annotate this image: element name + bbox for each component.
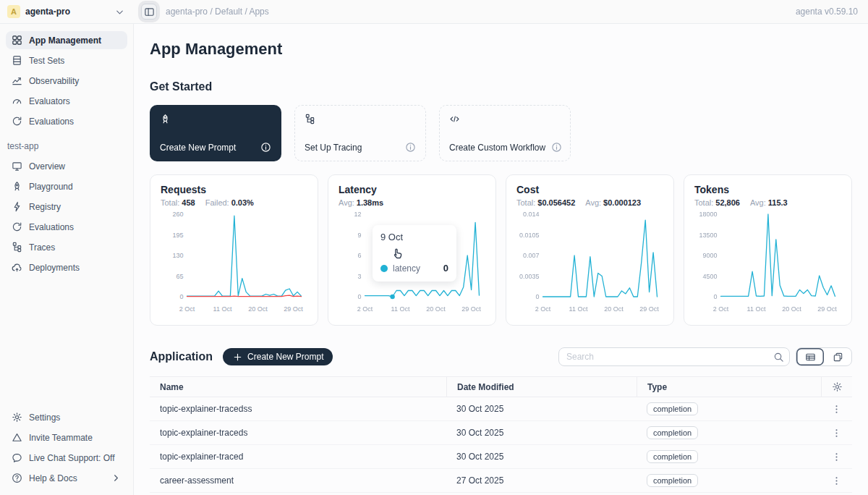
sidebar-item-playground[interactable]: Playground (6, 177, 127, 195)
info-icon[interactable] (405, 142, 416, 153)
svg-text:12: 12 (354, 211, 361, 218)
tree-icon (12, 242, 22, 253)
svg-text:3: 3 (357, 273, 361, 280)
get-started-card-create-new-prompt[interactable]: Create New Prompt (150, 105, 281, 161)
search-input[interactable] (559, 352, 767, 362)
info-icon[interactable] (260, 142, 271, 153)
svg-text:29 Oct: 29 Oct (284, 305, 303, 313)
chart-title: Requests (161, 184, 307, 195)
table-row-career-assessment[interactable]: career-assessment27 Oct 2025completion (150, 469, 852, 493)
sidebar-item-help-docs[interactable]: Help & Docs (6, 469, 127, 487)
info-icon (405, 142, 416, 153)
gear-icon (832, 381, 843, 392)
stat-label: Avg: (585, 198, 601, 207)
tooltip-series-name: latency (393, 263, 420, 274)
chart-stats: Total:458Failed:0.03% (161, 198, 307, 207)
chart-card-requests: RequestsTotal:458Failed:0.03%06513019526… (150, 174, 318, 326)
search-box (558, 347, 790, 366)
sidebar-item-evaluators[interactable]: Evaluators (6, 92, 127, 110)
get-started-card-create-custom-workflow[interactable]: Create Custom Workflow (439, 105, 571, 161)
dots-v-icon (831, 428, 842, 439)
row-menu-button[interactable] (830, 426, 843, 440)
svg-text:0.014: 0.014 (523, 211, 540, 218)
chart-plot-requests[interactable]: 0651301952602 Oct11 Oct20 Oct29 Oct (161, 208, 307, 314)
type-badge: completion (647, 402, 698, 415)
row-name: topic-explainer-traced (150, 452, 446, 462)
sidebar-item-traces[interactable]: Traces (6, 238, 127, 256)
svg-text:0.0105: 0.0105 (519, 232, 540, 239)
sidebar-nav-app: OverviewPlaygroundRegistryEvaluationsTra… (6, 157, 127, 279)
tooltip-series-row: latency 0 (380, 263, 448, 274)
row-date: 30 Oct 2025 (446, 404, 637, 414)
row-menu-button[interactable] (830, 450, 843, 464)
cloud-icon (12, 262, 22, 273)
svg-text:2 Oct: 2 Oct (179, 305, 195, 313)
dots-v-icon (831, 404, 842, 415)
svg-text:2 Oct: 2 Oct (535, 305, 551, 313)
svg-text:20 Oct: 20 Oct (248, 305, 268, 313)
chev-right-icon (111, 473, 122, 483)
sidebar-item-label: Evaluations (29, 222, 74, 232)
sidebar-item-app-management[interactable]: App Management (6, 31, 127, 49)
card-view-icon (833, 352, 843, 363)
row-menu-button[interactable] (830, 474, 843, 488)
sidebar-item-label: App Management (29, 35, 101, 46)
rocket-icon (160, 114, 271, 124)
chart-tooltip: 9 Oct latency 0 (373, 225, 456, 282)
sidebar-item-registry[interactable]: Registry (6, 198, 127, 216)
sidebar-item-observability[interactable]: Observability (6, 72, 127, 90)
tooltip-date: 9 Oct (380, 232, 448, 242)
breadcrumb[interactable]: agenta-pro / Default / Apps (166, 7, 269, 17)
refresh-icon (12, 116, 22, 127)
search-button[interactable] (767, 348, 789, 365)
app-version: agenta v0.59.10 (796, 7, 868, 17)
type-badge: completion (647, 474, 698, 487)
chart-plot-tokens[interactable]: 04500900013500180002 Oct11 Oct20 Oct29 O… (694, 208, 841, 314)
get-started-card-set-up-tracing[interactable]: Set Up Tracing (294, 105, 426, 161)
info-icon[interactable] (551, 142, 562, 153)
stat-value: 0.03% (231, 198, 254, 207)
table-view-icon (805, 352, 816, 363)
sidebar-item-test-sets[interactable]: Test Sets (6, 51, 127, 69)
svg-text:11 Oct: 11 Oct (213, 305, 232, 313)
sidebar-item-live-chat-support-off[interactable]: Live Chat Support: Off (6, 449, 127, 467)
chart-plot-cost[interactable]: 00.00350.0070.01050.0142 Oct11 Oct20 Oct… (516, 208, 663, 314)
help-icon (12, 473, 22, 483)
table-row-topic-explainer-traced[interactable]: topic-explainer-traced30 Oct 2025complet… (150, 445, 852, 469)
sidebar-item-settings[interactable]: Settings (6, 408, 127, 426)
application-table: Name Date Modified Type topic-explainer-… (150, 376, 852, 493)
main-content: App Management Get Started Create New Pr… (134, 24, 868, 495)
sidebar-toggle-button[interactable] (141, 4, 157, 20)
stat-value: 458 (182, 198, 195, 207)
stat-label: Avg: (339, 198, 354, 207)
column-header-name: Name (150, 382, 446, 392)
workspace-switcher[interactable]: A agenta-pro (0, 5, 134, 18)
table-view-button[interactable] (796, 348, 824, 365)
sidebar-item-overview[interactable]: Overview (6, 157, 127, 175)
svg-text:195: 195 (172, 232, 183, 239)
chat-icon (12, 452, 22, 463)
plus-icon (232, 352, 243, 363)
stat-value: 1.38ms (357, 198, 383, 207)
card-view-button[interactable] (824, 348, 851, 365)
charts-row: RequestsTotal:458Failed:0.03%06513019526… (150, 174, 852, 326)
sidebar-item-deployments[interactable]: Deployments (6, 258, 127, 276)
sidebar-item-label: Traces (29, 242, 55, 253)
workspace-avatar: A (7, 5, 20, 18)
table-row-topic-explainer-traceds[interactable]: topic-explainer-traceds30 Oct 2025comple… (150, 421, 852, 445)
sidebar-item-invite-teammate[interactable]: Invite Teammate (6, 428, 127, 447)
row-menu-button[interactable] (830, 402, 843, 416)
sidebar-item-evaluations[interactable]: Evaluations (6, 112, 127, 130)
svg-text:20 Oct: 20 Oct (782, 305, 801, 313)
table-row-topic-explainer-tracedss[interactable]: topic-explainer-tracedss30 Oct 2025compl… (150, 397, 852, 421)
svg-text:9000: 9000 (702, 252, 717, 259)
svg-text:4500: 4500 (702, 273, 717, 280)
create-new-prompt-button[interactable]: Create New Prompt (223, 348, 333, 365)
dots-v-icon (831, 452, 842, 462)
column-header-type: Type (637, 377, 821, 397)
svg-text:0: 0 (179, 293, 183, 300)
table-settings-button[interactable] (830, 380, 844, 394)
svg-text:11 Oct: 11 Oct (391, 305, 410, 313)
gauge-icon (12, 96, 22, 106)
sidebar-item-evaluations[interactable]: Evaluations (6, 218, 127, 236)
